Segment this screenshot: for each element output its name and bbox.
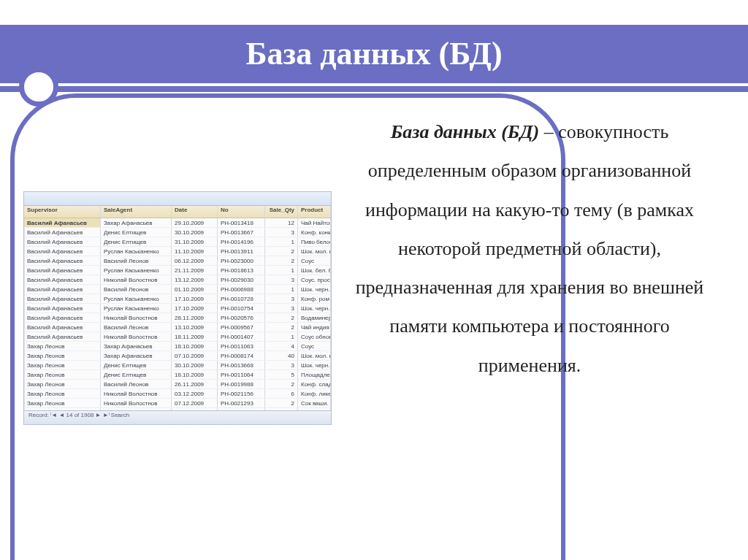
table-cell: Конф. слад. росфас xyxy=(298,380,331,388)
table-cell: PH-0013667 xyxy=(218,228,265,237)
table-cell: Василий Афанасьев xyxy=(24,266,101,275)
table-cell: 3 xyxy=(265,304,298,312)
table-cell: Шок. черн. бат xyxy=(298,285,331,294)
table-cell: 1 xyxy=(265,266,298,275)
table-cell: Николай Волостнов xyxy=(101,389,172,398)
definition-rest: – совокупность определенным образом орга… xyxy=(356,121,704,376)
table-cell: 03.12.2009 xyxy=(172,389,218,398)
table-cell: PH-0011063 xyxy=(218,342,265,350)
table-cell: Чай Найтон, фантазия xyxy=(298,218,331,227)
table-cell: Шок. мол. карам xyxy=(298,247,331,256)
table-cell: PH-0020576 xyxy=(218,313,265,322)
table-cell: 01.10.2009 xyxy=(172,285,218,294)
table-cell: PH-0013911 xyxy=(218,247,265,256)
table-cell: 2 xyxy=(265,313,298,322)
table-cell: PH-0021293 xyxy=(218,399,265,407)
table-cell: PH-0013668 xyxy=(218,361,265,369)
table-cell: Пиво белое Беларусь xyxy=(298,237,331,246)
table-cell: PH-0018613 xyxy=(218,266,265,275)
col-header: Supervisor xyxy=(24,206,101,218)
table-cell: PH-0019988 xyxy=(218,380,265,388)
table-cell: 18.11.2009 xyxy=(172,332,218,341)
table-cell: Конф. ликер. xyxy=(298,389,331,398)
table-cell: 30.10.2009 xyxy=(172,228,218,237)
table-cell: Водаминер. 1 xyxy=(298,313,331,322)
table-cell: Шок. черн. бат xyxy=(298,361,331,369)
table-cell: PH-0021156 xyxy=(218,389,265,398)
table-cell: Захар Леонов xyxy=(24,342,101,350)
table-cell: 17.10.2009 xyxy=(172,294,218,303)
table-cell: Василий Афанасьев xyxy=(24,218,101,227)
table-row: Василий АфанасьевДенис Елтищев31.10.2009… xyxy=(24,237,331,247)
table-cell: 2 xyxy=(265,247,298,256)
spreadsheet-preview: Supervisor SaleAgent Date No Sale_Qty Pr… xyxy=(23,191,332,425)
table-cell: 30.10.2009 xyxy=(172,361,218,369)
table-cell: Захар Леонов xyxy=(24,351,101,360)
table-cell: 06.12.2009 xyxy=(172,256,218,265)
table-row: Василий АфанасьевЗахар Афанасьев29.10.20… xyxy=(24,218,331,228)
table-cell: Руслан Каськаненко xyxy=(101,304,172,312)
table-cell: PH-0011064 xyxy=(218,370,265,379)
table-cell: 3 xyxy=(265,228,298,237)
table-row: Василий АфанасьевВасилий Леонов13.10.200… xyxy=(24,323,331,332)
definition-term: База данных (БД) xyxy=(391,121,539,142)
bullet-circle-icon xyxy=(19,67,58,107)
table-cell: Василий Афанасьев xyxy=(24,285,101,294)
table-cell: Конф. конкур. рысь xyxy=(298,228,331,237)
spreadsheet-body: Василий АфанасьевЗахар Афанасьев29.10.20… xyxy=(24,218,331,425)
table-cell: Василий Леонов xyxy=(101,323,172,331)
table-cell: 4 xyxy=(265,342,298,350)
table-cell: 07.12.2009 xyxy=(172,399,218,407)
table-cell: Площадлер.1 xyxy=(298,370,331,379)
table-cell: Василий Афанасьев xyxy=(24,323,101,331)
table-cell: Соус обнов. 0,9 xyxy=(298,332,331,341)
table-cell: 13.10.2009 xyxy=(172,323,218,331)
table-row: Василий АфанасьевРуслан Каськаненко21.11… xyxy=(24,266,331,275)
table-cell: PH-0013418 xyxy=(218,218,265,227)
table-cell: Захар Афанасьев xyxy=(101,342,172,350)
table-cell: PH-0029030 xyxy=(218,275,265,284)
table-cell: 2 xyxy=(265,380,298,388)
spreadsheet-header-row: Supervisor SaleAgent Date No Sale_Qty Pr… xyxy=(24,206,331,218)
table-cell: Захар Афанасьев xyxy=(101,351,172,360)
table-cell: Николай Волостнов xyxy=(101,332,172,341)
table-cell: 28.11.2009 xyxy=(172,313,218,322)
slide-title: База данных (БД) xyxy=(0,35,748,72)
table-row: Василий АфанасьевРуслан Каськаненко11.10… xyxy=(24,247,331,256)
table-cell: Василий Афанасьев xyxy=(24,294,101,303)
table-cell: Василий Леонов xyxy=(101,285,172,294)
table-row: Василий АфанасьевНиколай Волостнов13.12.… xyxy=(24,275,331,285)
table-cell: PH-0014196 xyxy=(218,237,265,246)
table-cell: 12 xyxy=(265,218,298,227)
table-cell: Захар Леонов xyxy=(24,399,101,407)
table-cell: PH-0023000 xyxy=(218,256,265,265)
table-cell: Чай индия 24 xyxy=(298,323,331,331)
col-header: Sale_Qty xyxy=(265,206,298,218)
table-row: Василий АфанасьевВасилий Леонов01.10.200… xyxy=(24,285,331,294)
table-cell: PH-0006988 xyxy=(218,285,265,294)
table-row: Василий АфанасьевДенис Елтищев30.10.2009… xyxy=(24,228,331,237)
table-cell: Василий Афанасьев xyxy=(24,247,101,256)
table-row: Захар ЛеоновЗахар Афанасьев18.10.2009PH-… xyxy=(24,342,331,351)
table-cell: 17.10.2009 xyxy=(172,304,218,312)
table-cell: Соус xyxy=(298,256,331,265)
table-cell: 18.10.2009 xyxy=(172,342,218,350)
table-row: Захар ЛеоновНиколай Волостнов03.12.2009P… xyxy=(24,389,331,399)
table-row: Василий АфанасьевРуслан Каськаненко17.10… xyxy=(24,304,331,313)
col-header: Product xyxy=(298,206,331,218)
table-cell: Захар Леонов xyxy=(24,370,101,379)
table-row: Василий АфанасьевНиколай Волостнов18.11.… xyxy=(24,332,331,342)
table-cell: 40 xyxy=(265,351,298,360)
title-banner: База данных (БД) xyxy=(0,25,748,92)
table-cell: Руслан Каськаненко xyxy=(101,294,172,303)
table-cell: Николай Волостнов xyxy=(101,275,172,284)
table-cell: 31.10.2009 xyxy=(172,237,218,246)
table-row: Захар ЛеоновВасилий Леонов26.11.2009PH-0… xyxy=(24,380,331,389)
table-cell: PH-0010754 xyxy=(218,304,265,312)
table-cell: PH-0008174 xyxy=(218,351,265,360)
table-cell: Василий Афанасьев xyxy=(24,313,101,322)
table-cell: 6 xyxy=(265,389,298,398)
table-row: Захар ЛеоновНиколай Волостнов07.12.2009P… xyxy=(24,399,331,408)
col-header: No xyxy=(218,206,265,218)
table-cell: 13.12.2009 xyxy=(172,275,218,284)
